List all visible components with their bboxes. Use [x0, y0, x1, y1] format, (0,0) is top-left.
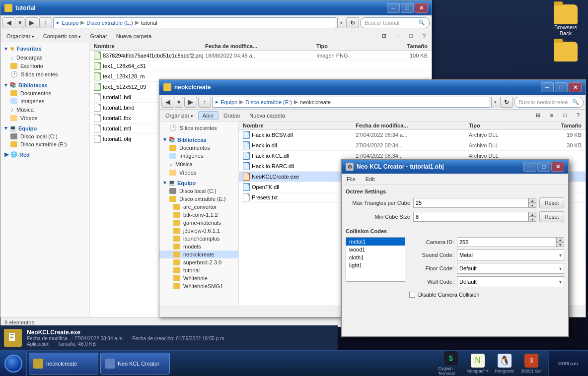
- sidebar-documents2[interactable]: Documentos: [159, 144, 238, 152]
- header-size2[interactable]: Tamaño: [525, 123, 584, 128]
- sidebar-j3dview[interactable]: j3dview-0.6.1.1: [159, 227, 238, 235]
- address-dropdown-button2[interactable]: ▾: [491, 97, 499, 108]
- taskbar-app-notepadpp[interactable]: N Notepad++: [465, 351, 491, 376]
- sidebar-ext-e2[interactable]: Disco extraíble (E:): [159, 195, 238, 203]
- menu-share[interactable]: Compartir con: [39, 32, 85, 40]
- refresh-button2[interactable]: ↻: [500, 97, 513, 108]
- sidebar-models[interactable]: models: [159, 243, 238, 251]
- help-button2[interactable]: ?: [573, 111, 584, 120]
- sidebar-item-music[interactable]: ♪ Música: [0, 105, 89, 114]
- view-icon-button[interactable]: ⊞: [378, 32, 390, 40]
- max-triangles-down-button[interactable]: ▼: [528, 203, 536, 208]
- dialog-maximize-button[interactable]: □: [537, 162, 550, 172]
- min-cube-down-button[interactable]: ▼: [528, 217, 536, 222]
- sidebar-game-materials[interactable]: game-materials: [159, 219, 238, 227]
- close-button2[interactable]: ✕: [569, 82, 582, 92]
- up-button[interactable]: ↑: [39, 17, 52, 28]
- dialog-close-button[interactable]: ✕: [551, 162, 564, 172]
- back-dropdown-button[interactable]: ▾: [16, 17, 24, 28]
- sidebar-neokclcreate[interactable]: neokclcreate: [159, 251, 238, 258]
- table-row[interactable]: tex1_128x64_c31: [90, 61, 432, 71]
- up-button2[interactable]: ↑: [198, 97, 211, 108]
- header-type2[interactable]: Tipo: [467, 123, 525, 128]
- camera-id-up-button[interactable]: ▲: [556, 237, 564, 242]
- menu-new-folder2[interactable]: Nueva carpeta: [245, 112, 289, 120]
- sidebar-tutorial[interactable]: tutorial: [159, 266, 238, 274]
- address-bar2[interactable]: ▸ Equipo ▶ Disco extraíble (E:) ▶ neokcl…: [212, 97, 490, 108]
- min-cube-up-button[interactable]: ▲: [528, 212, 536, 217]
- taskbar-app-penguins[interactable]: 🐧 Penguins!: [492, 351, 517, 376]
- minimize-button2[interactable]: ─: [541, 82, 554, 92]
- address-equipo2[interactable]: Equipo: [220, 99, 237, 105]
- explorer-neokclcreate-titlebar[interactable]: neokclcreate ─ □ ✕: [159, 80, 586, 95]
- taskbar-task-neokclcreate[interactable]: neokclcreate: [29, 353, 98, 375]
- back-button[interactable]: ◀: [2, 17, 15, 28]
- sidebar-item-recent[interactable]: 🕐 Sitios recientes: [0, 70, 89, 79]
- disable-camera-checkbox[interactable]: [409, 292, 415, 298]
- sidebar-local-c2[interactable]: Disco local (C:): [159, 187, 238, 195]
- libraries-header[interactable]: ▾ 📚 Bibliotecas: [0, 81, 89, 89]
- sidebar-recent2[interactable]: 🕐 Sitios recientes: [159, 124, 238, 132]
- favorites-header[interactable]: ▾ ★ Favoritos: [0, 44, 89, 53]
- taskbar-app-360e1sor[interactable]: 3 360E1 Sor: [518, 351, 544, 376]
- menu-organize2[interactable]: Organizar: [161, 112, 197, 120]
- max-triangles-up-button[interactable]: ▲: [528, 198, 536, 203]
- sidebar-item-ext-e[interactable]: Disco extraíble (E:): [0, 140, 89, 148]
- taskbar-task-dialog[interactable]: Neo KCL Creator: [100, 353, 170, 375]
- search-box2[interactable]: Buscar neokclcreate 🔍: [514, 97, 584, 108]
- forward-button2[interactable]: ▶: [184, 97, 197, 108]
- sidebar-item-downloads[interactable]: ↓ Descargas: [0, 53, 89, 62]
- sidebar-superbmd[interactable]: superbmd-2.3.0: [159, 258, 238, 266]
- sidebar-images2[interactable]: Imágenes: [159, 152, 238, 160]
- computer-header[interactable]: ▾ 💻 Equipo: [0, 124, 89, 132]
- network-header[interactable]: ▶ 🌐 Red: [0, 150, 89, 159]
- sidebar-music2[interactable]: ♪ Música: [159, 160, 238, 169]
- dialog-minimize-button[interactable]: ─: [523, 162, 536, 172]
- collision-item-light1[interactable]: light1: [346, 261, 405, 269]
- back-button2[interactable]: ◀: [161, 97, 174, 108]
- min-cube-value[interactable]: 8: [413, 212, 528, 222]
- camera-id-down-button[interactable]: ▼: [556, 242, 564, 247]
- min-cube-reset-button[interactable]: Reset: [539, 211, 564, 222]
- camera-id-value[interactable]: 255: [457, 237, 556, 247]
- collision-item-wood1[interactable]: wood1: [346, 246, 405, 253]
- search-box[interactable]: Buscar tutorial 🔍: [360, 17, 430, 28]
- view-list-button[interactable]: ≡: [392, 32, 403, 40]
- view-list-button2[interactable]: ≡: [546, 111, 557, 120]
- view-icon-button2[interactable]: ⊞: [532, 111, 544, 120]
- libraries-header2[interactable]: ▾ 📚 Bibliotecas: [159, 135, 238, 144]
- preview-pane-button2[interactable]: □: [559, 111, 571, 120]
- table-row[interactable]: Hack.io.BCSV.dll 27/04/2022 08:34 a... A…: [239, 130, 586, 140]
- floor-code-dropdown[interactable]: Default: [457, 263, 564, 274]
- computer-header2[interactable]: ▾ 💻 Equipo: [159, 179, 238, 187]
- menu-open2[interactable]: Abrir: [198, 111, 219, 120]
- address-equipo[interactable]: Equipo: [62, 20, 78, 26]
- sidebar-videos2[interactable]: Vídeos: [159, 169, 238, 177]
- header-date[interactable]: Fecha de modifica...: [203, 43, 314, 49]
- table-row[interactable]: Hack.io.dll 27/04/2022 08:34... Archivo …: [239, 140, 586, 151]
- taskbar-app-cygwin[interactable]: $ Cygwin Terminal: [438, 351, 464, 376]
- max-triangles-value[interactable]: 25: [413, 198, 528, 208]
- start-button[interactable]: [0, 351, 27, 376]
- help-button[interactable]: ?: [419, 32, 430, 40]
- address-computer2[interactable]: ▸: [216, 99, 219, 105]
- dialog-menu-file[interactable]: File: [344, 175, 359, 183]
- address-drive[interactable]: Disco extraíble (E:): [86, 20, 133, 26]
- sidebar-item-images[interactable]: Imágenes: [0, 97, 89, 105]
- sidebar-whiteholesmg1[interactable]: WhiteholeSMG1: [159, 282, 238, 290]
- max-triangles-reset-button[interactable]: Reset: [539, 197, 564, 208]
- address-bar[interactable]: ▸ Equipo ▶ Disco extraíble (E:) ▶ tutori…: [53, 17, 336, 28]
- header-name2[interactable]: Nombre: [241, 123, 354, 128]
- collision-item-metal1[interactable]: metal1: [346, 238, 405, 246]
- forward-button[interactable]: ▶: [25, 17, 38, 28]
- address-computer[interactable]: ▸: [57, 19, 60, 26]
- sidebar-item-local-c[interactable]: Disco local (C:): [0, 132, 89, 140]
- address-drive2[interactable]: Disco extraíble (E:): [245, 99, 292, 105]
- table-row[interactable]: 8378294dfcb75ae4f1cbd51c1c8adcf2.png 18/…: [90, 51, 432, 61]
- menu-burn[interactable]: Grabar: [86, 32, 111, 40]
- header-size[interactable]: Tamaño: [372, 43, 430, 49]
- header-name[interactable]: Nombre: [92, 43, 203, 49]
- collision-listbox[interactable]: metal1 wood1 cloth1 light1: [346, 237, 405, 282]
- refresh-button[interactable]: ↻: [346, 17, 359, 28]
- sidebar-item-documents[interactable]: Documentos: [0, 89, 89, 97]
